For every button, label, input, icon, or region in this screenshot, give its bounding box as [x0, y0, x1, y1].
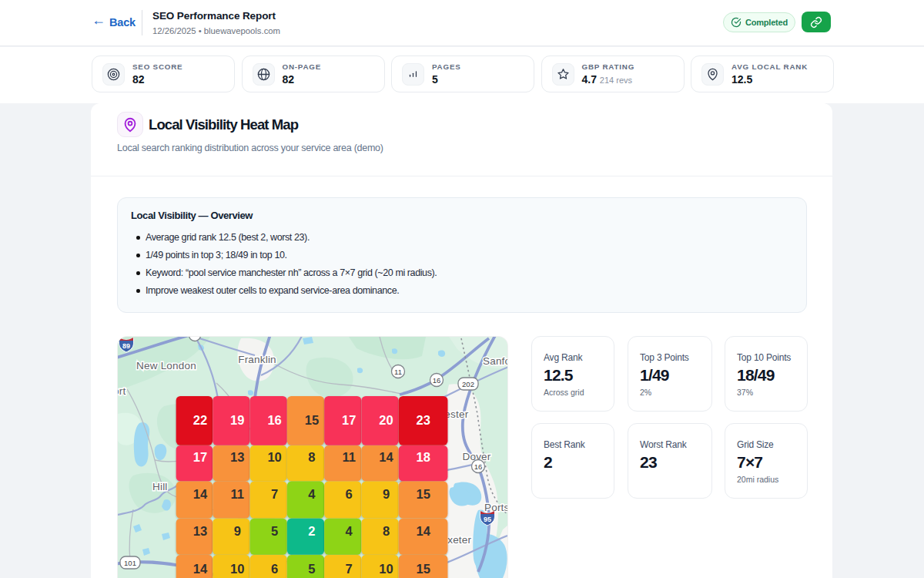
- svg-text:14: 14: [379, 450, 393, 464]
- svg-text:15: 15: [305, 413, 319, 427]
- svg-text:14: 14: [417, 524, 431, 538]
- svg-text:9: 9: [383, 487, 390, 501]
- svg-text:15: 15: [417, 562, 430, 576]
- svg-text:22: 22: [193, 413, 207, 427]
- svg-text:7: 7: [271, 487, 278, 501]
- svg-text:16: 16: [433, 376, 441, 385]
- svg-text:23: 23: [417, 413, 430, 427]
- svg-text:6: 6: [346, 487, 353, 501]
- svg-text:7: 7: [346, 562, 353, 576]
- svg-text:New London: New London: [136, 360, 196, 371]
- svg-text:11: 11: [342, 450, 355, 464]
- svg-text:20: 20: [379, 413, 393, 427]
- svg-text:Franklin: Franklin: [238, 354, 276, 365]
- svg-text:101: 101: [124, 559, 136, 567]
- svg-text:13: 13: [193, 524, 207, 538]
- svg-text:95: 95: [484, 516, 491, 523]
- svg-text:5: 5: [308, 562, 315, 576]
- svg-text:10: 10: [267, 450, 281, 464]
- svg-text:13: 13: [230, 450, 244, 464]
- svg-text:17: 17: [193, 450, 207, 464]
- svg-text:14: 14: [193, 487, 208, 501]
- svg-text:8: 8: [308, 450, 315, 464]
- svg-text:14: 14: [193, 562, 208, 576]
- svg-text:Portsmouth: Portsmouth: [484, 502, 507, 513]
- svg-text:11: 11: [231, 487, 244, 501]
- svg-text:18: 18: [417, 450, 430, 464]
- svg-text:10: 10: [230, 562, 244, 576]
- svg-text:8: 8: [383, 524, 390, 538]
- svg-text:16: 16: [474, 462, 483, 471]
- svg-text:10: 10: [379, 562, 393, 576]
- svg-text:15: 15: [417, 487, 430, 501]
- svg-text:6: 6: [271, 562, 278, 576]
- svg-text:Sanford: Sanford: [483, 355, 507, 367]
- svg-text:4: 4: [346, 524, 353, 538]
- svg-text:9: 9: [234, 524, 241, 538]
- svg-text:ort: ort: [118, 385, 126, 397]
- svg-text:19: 19: [230, 413, 244, 427]
- svg-text:4: 4: [308, 487, 316, 501]
- svg-text:Hill: Hill: [152, 481, 168, 492]
- svg-text:5: 5: [271, 524, 278, 538]
- svg-text:2: 2: [308, 524, 315, 538]
- svg-text:202: 202: [462, 380, 474, 388]
- svg-text:89: 89: [122, 342, 130, 350]
- svg-text:17: 17: [342, 413, 356, 427]
- svg-text:16: 16: [267, 413, 281, 427]
- svg-text:11: 11: [394, 368, 402, 376]
